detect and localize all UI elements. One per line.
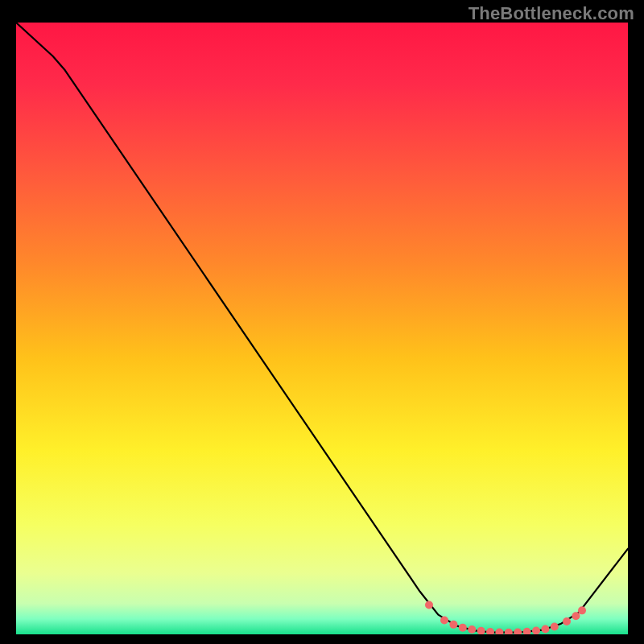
svg-point-2: [440, 617, 448, 625]
svg-point-14: [551, 623, 559, 631]
svg-point-17: [578, 606, 586, 614]
bottleneck-plot: [16, 23, 628, 634]
svg-point-13: [541, 625, 549, 634]
svg-point-15: [563, 617, 571, 625]
svg-rect-0: [16, 23, 628, 634]
svg-point-5: [468, 625, 476, 634]
svg-point-1: [425, 601, 433, 609]
svg-point-3: [449, 621, 457, 629]
chart-container: TheBottleneck.com: [0, 0, 644, 644]
chart-svg: [16, 23, 628, 634]
svg-point-16: [572, 612, 580, 620]
svg-point-12: [532, 626, 540, 634]
attribution-text: TheBottleneck.com: [469, 3, 634, 24]
svg-point-4: [459, 624, 467, 632]
